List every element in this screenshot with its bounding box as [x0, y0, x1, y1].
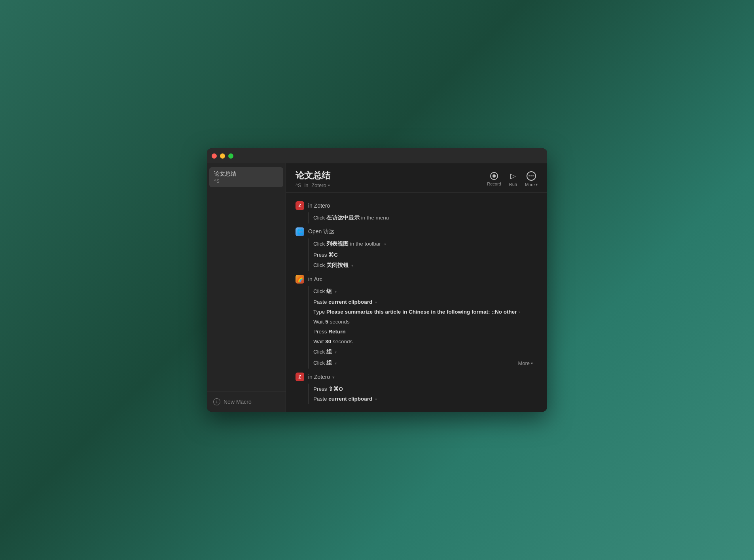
close-button[interactable]: [212, 153, 217, 159]
group-header-3[interactable]: 🌈 in Arc: [296, 272, 538, 286]
group-header-1[interactable]: Z in Zotero: [296, 199, 538, 212]
step-item-4-2[interactable]: Paste current clipboard ▾: [309, 394, 538, 404]
step-item-3-3[interactable]: Type Please summarize this article in Ch…: [309, 307, 538, 317]
step-text-3-4: Wait 5 seconds: [313, 319, 350, 325]
more-label: More: [525, 182, 535, 187]
step-text-4-2: Paste current clipboard ▾: [313, 396, 377, 402]
group-chevron-4: ▾: [332, 375, 335, 380]
group-header-2[interactable]: 🌐 Open 访达: [296, 225, 538, 238]
step-text-2-1: Click 列表视图 in the toolbar ▾: [313, 240, 386, 248]
new-macro-button[interactable]: + New Macro: [212, 397, 253, 407]
step-chevron-2-1: ▾: [384, 242, 386, 246]
step-chevron-3-7: ▾: [333, 350, 337, 354]
step-list-3: Click 组 ▾ Paste current clipboard ▾ Type…: [308, 286, 538, 369]
group-app-name-1: Zotero: [314, 202, 330, 209]
titlebar: [207, 148, 547, 163]
main-window: 论文总结 ^S + New Macro 论文总结 ^S in: [207, 148, 547, 412]
app-context-chevron: ▾: [328, 183, 330, 187]
plus-icon: +: [213, 398, 220, 405]
step-item-2-3[interactable]: Click 关闭按钮 ▾: [309, 260, 538, 271]
step-text-3-5: Press Return: [313, 329, 346, 335]
macro-steps-area: Z in Zotero Click 在访达中显示 in the menu: [286, 193, 547, 412]
step-group-1: Z in Zotero Click 在访达中显示 in the menu: [296, 199, 538, 223]
step-text-3-8: Click 组 ▾: [313, 359, 337, 367]
group-label-1: in Zotero: [308, 202, 330, 209]
ellipsis-dot-3: [532, 175, 534, 176]
sidebar-macro-name: 论文总结: [214, 170, 278, 178]
step-chevron-4-2: ▾: [374, 397, 377, 401]
toolbar: Record ▷ Run More ▾: [487, 171, 538, 187]
maximize-button[interactable]: [228, 153, 233, 159]
main-panel: 论文总结 ^S in Zotero ▾ Record: [286, 163, 547, 412]
step-item-3-1[interactable]: Click 组 ▾: [309, 286, 538, 297]
group-label-3: in Arc: [308, 276, 322, 282]
group-app-name-2: 访达: [323, 228, 334, 235]
more-inline-button[interactable]: More ▾: [518, 360, 533, 366]
step-chevron-3-2: ▾: [374, 300, 377, 305]
run-button[interactable]: ▷ Run: [509, 172, 517, 187]
arc-icon: 🌈: [296, 275, 304, 284]
header-shortcut: ^S in Zotero ▾: [296, 182, 330, 188]
step-item-3-8[interactable]: Click 组 ▾ More ▾: [309, 358, 538, 369]
step-item-3-7[interactable]: Click 组 ▾: [309, 346, 538, 358]
step-item-3-5[interactable]: Press Return: [309, 327, 538, 337]
step-item-3-4[interactable]: Wait 5 seconds: [309, 317, 538, 327]
page-title: 论文总结: [296, 170, 330, 182]
new-macro-label: New Macro: [224, 399, 252, 405]
step-item-1-1[interactable]: Click 在访达中显示 in the menu: [309, 212, 538, 223]
step-group-2: 🌐 Open 访达 Click 列表视图 in the toolbar ▾: [296, 225, 538, 271]
more-inline-chevron: ▾: [531, 361, 533, 365]
run-icon: ▷: [510, 172, 516, 180]
step-text-2-3: Click 关闭按钮 ▾: [313, 262, 353, 269]
group-prefix-1: in: [308, 202, 314, 209]
group-prefix-3: in: [308, 276, 314, 282]
step-list-4: Press ⇧⌘O Paste current clipboard ▾: [308, 384, 538, 404]
group-app-name-3: Arc: [314, 276, 322, 282]
sidebar-item-macro1[interactable]: 论文总结 ^S: [209, 167, 283, 187]
step-text-1-1: Click 在访达中显示 in the menu: [313, 214, 389, 221]
step-item-3-2[interactable]: Paste current clipboard ▾: [309, 297, 538, 307]
step-text-2-2: Press ⌘C: [313, 252, 338, 258]
zotero-icon-2: Z: [296, 373, 304, 381]
content-area: 论文总结 ^S + New Macro 论文总结 ^S in: [207, 163, 547, 412]
more-icon: [527, 171, 536, 181]
record-icon: [490, 172, 498, 180]
step-item-3-6[interactable]: Wait 30 seconds: [309, 337, 538, 346]
record-label: Record: [487, 182, 501, 186]
group-prefix-4: in: [308, 374, 314, 380]
ellipsis-dot-1: [529, 175, 530, 176]
record-dot: [493, 174, 496, 178]
app-context-label: Zotero: [311, 182, 326, 188]
group-header-4[interactable]: Z in Zotero ▾: [296, 370, 538, 384]
step-group-3: 🌈 in Arc Click 组 ▾: [296, 272, 538, 369]
more-chevron-icon: ▾: [536, 182, 538, 187]
step-group-4: Z in Zotero ▾ Press ⇧⌘O: [296, 370, 538, 404]
step-text-4-1: Press ⇧⌘O: [313, 386, 343, 392]
record-button[interactable]: Record: [487, 172, 501, 186]
ellipsis-dot-2: [530, 175, 532, 176]
step-chevron-3-8: ▾: [333, 361, 337, 365]
sidebar-macro-shortcut: ^S: [214, 178, 278, 184]
step-text-3-7: Click 组 ▾: [313, 348, 337, 356]
group-label-4: in Zotero ▾: [308, 374, 335, 380]
finder-icon: 🌐: [296, 227, 304, 236]
more-button[interactable]: More ▾: [525, 171, 538, 187]
zotero-icon-1: Z: [296, 201, 304, 210]
sidebar: 论文总结 ^S + New Macro: [207, 163, 286, 412]
minimize-button[interactable]: [220, 153, 225, 159]
group-label-2: Open 访达: [308, 228, 334, 235]
step-text-3-3: Type Please summarize this article in Ch…: [313, 309, 520, 315]
sidebar-macro-list: 论文总结 ^S: [207, 163, 286, 392]
step-text-3-6: Wait 30 seconds: [313, 339, 352, 344]
step-list-2: Click 列表视图 in the toolbar ▾ Press ⌘C Cli…: [308, 238, 538, 271]
step-item-2-1[interactable]: Click 列表视图 in the toolbar ▾: [309, 238, 538, 250]
sidebar-footer: + New Macro: [207, 392, 286, 412]
step-text-3-1: Click 组 ▾: [313, 288, 337, 295]
step-item-2-2[interactable]: Press ⌘C: [309, 250, 538, 260]
shortcut-text: ^S: [296, 182, 301, 188]
step-text-3-2: Paste current clipboard ▾: [313, 299, 377, 305]
in-label: in: [303, 182, 310, 188]
group-prefix-2: Open: [308, 228, 323, 235]
step-item-4-1[interactable]: Press ⇧⌘O: [309, 384, 538, 394]
step-chevron-2-3: ▾: [350, 263, 353, 268]
